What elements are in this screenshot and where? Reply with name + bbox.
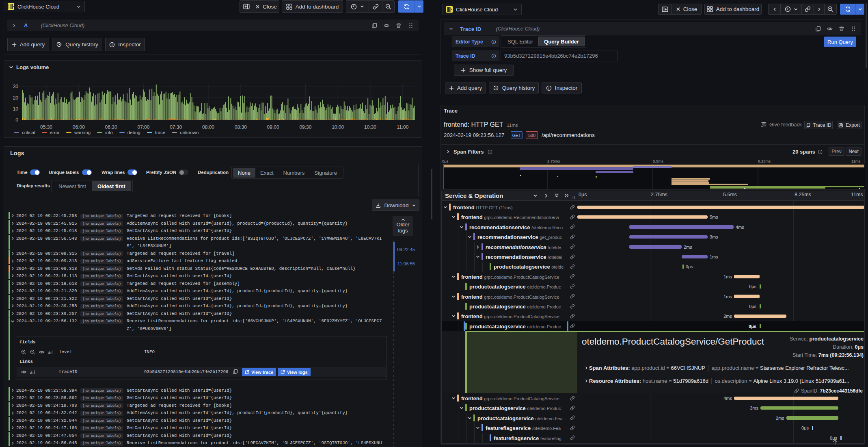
svg-text:07:00: 07:00 <box>137 124 149 130</box>
svg-text:08:30: 08:30 <box>235 124 247 130</box>
svg-text:07:30: 07:30 <box>170 124 182 130</box>
svg-text:06:00: 06:00 <box>73 124 85 130</box>
svg-text:09:30: 09:30 <box>299 124 311 130</box>
svg-text:20: 20 <box>13 95 19 101</box>
svg-text:05:30: 05:30 <box>40 124 52 130</box>
svg-text:30: 30 <box>13 84 19 89</box>
svg-text:08:00: 08:00 <box>202 124 214 130</box>
svg-text:10:30: 10:30 <box>364 124 376 130</box>
svg-text:06:30: 06:30 <box>105 124 117 130</box>
svg-text:0: 0 <box>15 117 18 123</box>
svg-text:09:00: 09:00 <box>267 124 279 130</box>
svg-text:11:00: 11:00 <box>397 124 408 130</box>
svg-text:10: 10 <box>13 106 19 112</box>
svg-text:10:00: 10:00 <box>332 124 344 130</box>
